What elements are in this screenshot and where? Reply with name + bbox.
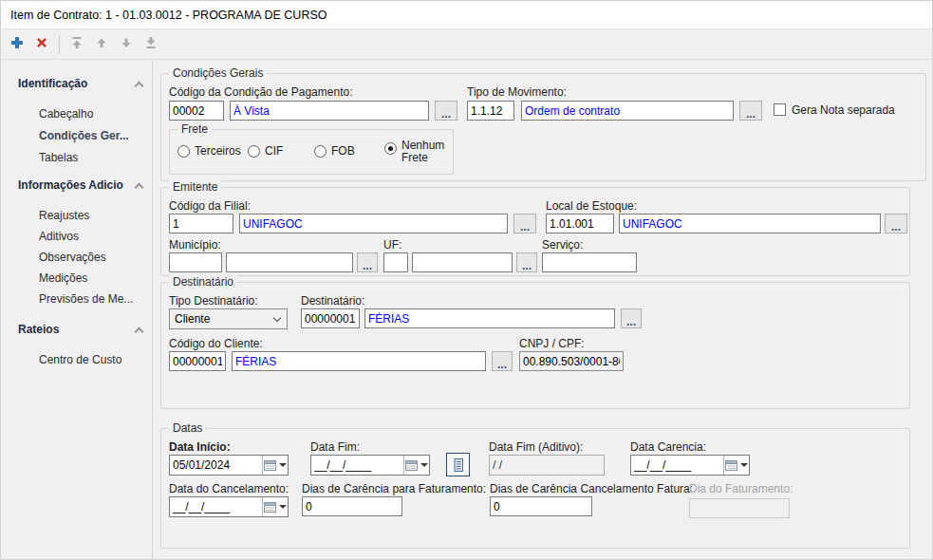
sidebar-section-rateios[interactable]: Rateios (18, 321, 142, 338)
radio-cif[interactable]: CIF (248, 145, 283, 158)
data-cancelamento-picker[interactable] (169, 496, 289, 517)
pagamento-desc-input[interactable] (230, 101, 429, 121)
pagamento-code-input[interactable] (169, 101, 224, 121)
data-fim-history-button[interactable] (446, 453, 470, 476)
arrow-up-icon (94, 35, 109, 53)
cnpj-input[interactable] (519, 351, 624, 371)
estoque-code-input[interactable] (546, 214, 614, 233)
radio-label: FOB (331, 145, 355, 158)
dropdown-arrow-icon (420, 463, 428, 467)
sidebar-item-medicoes[interactable]: Medições (39, 270, 148, 287)
radio-circle-icon (248, 145, 260, 158)
sidebar-item-reajustes[interactable]: Reajustes (39, 207, 148, 224)
add-button[interactable] (5, 32, 29, 57)
sidebar-section-informacoes[interactable]: Informações Adicio (18, 177, 142, 194)
uf-desc-input[interactable] (412, 252, 513, 272)
group-destinatario: Destinatário Tipo Destinatário: Cliente … (160, 282, 910, 409)
dia-faturamento-label: Dia do Faturamento: (689, 482, 793, 495)
movimento-code-input[interactable] (467, 101, 514, 121)
radio-terceiros[interactable]: Terceiros (177, 145, 241, 158)
cliente-label: Código do Cliente: (169, 337, 263, 350)
estoque-desc-input[interactable] (619, 214, 881, 233)
sidebar-section-identificacao[interactable]: Identificação (18, 75, 142, 92)
cnpj-label: CNPJ / CPF: (519, 337, 585, 350)
servico-input[interactable] (542, 252, 637, 272)
sidebar-item-previsoes[interactable]: Previsões de Me... (39, 290, 148, 308)
group-condicoes-gerais: Condições Gerais Código da Condição de P… (160, 73, 926, 181)
data-fim-input[interactable] (311, 456, 403, 475)
municipio-code-input[interactable] (169, 252, 222, 272)
group-title: Frete (177, 122, 212, 136)
municipio-desc-input[interactable] (226, 252, 353, 272)
estoque-lookup-button[interactable]: ... (885, 214, 907, 233)
municipio-label: Município: (169, 238, 221, 252)
move-up-button[interactable] (89, 32, 114, 57)
move-first-button[interactable] (65, 32, 89, 57)
calendar-dropdown-button[interactable] (403, 456, 429, 475)
data-carencia-picker[interactable] (630, 455, 750, 476)
move-last-button[interactable] (139, 32, 163, 57)
cliente-desc-input[interactable] (232, 351, 486, 371)
uf-lookup-button[interactable]: ... (516, 252, 537, 272)
data-cancelamento-label: Data do Cancelamento: (169, 482, 289, 495)
group-title: Destinatário (169, 275, 237, 289)
municipio-lookup-button[interactable]: ... (357, 252, 378, 272)
radio-nenhum-frete[interactable]: Nenhum Frete (384, 140, 449, 164)
sidebar-item-cabecalho[interactable]: Cabeçalho (39, 105, 148, 122)
document-list-icon (451, 457, 466, 473)
cliente-lookup-button[interactable]: ... (492, 351, 513, 371)
move-down-button[interactable] (114, 32, 139, 57)
gera-nota-checkbox[interactable] (774, 103, 786, 116)
movimento-lookup-button[interactable]: ... (739, 101, 762, 121)
pagamento-lookup-button[interactable]: ... (435, 101, 457, 121)
dias-carencia-cancelamento-input[interactable] (490, 496, 592, 516)
gera-nota-label: Gera Nota separada (792, 103, 895, 117)
tipo-destinatario-select[interactable]: Cliente (169, 308, 288, 329)
calendar-dropdown-button[interactable] (723, 456, 749, 475)
data-inicio-input[interactable] (170, 456, 262, 475)
calendar-dropdown-button[interactable] (262, 497, 288, 516)
arrow-to-bottom-icon (143, 35, 159, 53)
movimento-desc-input[interactable] (521, 101, 734, 121)
filial-code-input[interactable] (169, 214, 233, 233)
cliente-code-input[interactable] (169, 351, 226, 371)
calendar-dropdown-button[interactable] (262, 456, 288, 475)
form-content: Condições Gerais Código da Condição de P… (153, 60, 933, 560)
destinatario-lookup-button[interactable]: ... (621, 308, 642, 328)
group-frete: Frete Terceiros CIF FOB Nenhum Frete (169, 129, 454, 175)
destinatario-code-input[interactable] (301, 308, 360, 328)
app-window: Item de Contrato: 1 - 01.03.0012 - PROGR… (0, 0, 933, 560)
data-fim-picker[interactable] (310, 455, 430, 476)
group-datas: Datas Data Início: Data Fim: D (160, 428, 910, 549)
filial-lookup-button[interactable]: ... (513, 214, 536, 233)
sidebar-item-observacoes[interactable]: Observações (39, 249, 148, 266)
sidebar-item-condicoes-gerais[interactable]: Condições Ger... (39, 127, 148, 144)
dia-faturamento-input (689, 498, 790, 518)
uf-code-input[interactable] (383, 252, 408, 272)
sidebar-item-tabelas[interactable]: Tabelas (39, 149, 148, 166)
calendar-icon (264, 459, 276, 471)
data-carencia-input[interactable] (631, 456, 723, 475)
data-carencia-label: Data Carencia: (630, 440, 706, 454)
dropdown-arrow-icon (740, 463, 748, 467)
dias-carencia-cancelamento-label: Dias de Carência Cancelamento Fatura: (490, 482, 693, 495)
calendar-icon (264, 501, 276, 513)
dias-carencia-faturamento-label: Dias de Carência para Faturamento: (302, 482, 486, 495)
delete-button[interactable] (29, 32, 54, 57)
dias-carencia-faturamento-input[interactable] (302, 496, 402, 516)
arrow-to-top-icon (69, 35, 84, 53)
calendar-icon (405, 459, 418, 471)
arrow-down-icon (119, 35, 134, 53)
chevron-up-icon (135, 81, 144, 90)
sidebar-item-centro-de-custo[interactable]: Centro de Custo (39, 351, 148, 368)
data-cancelamento-input[interactable] (170, 497, 262, 516)
filial-desc-input[interactable] (239, 214, 508, 233)
radio-fob[interactable]: FOB (314, 145, 355, 158)
sidebar-item-aditivos[interactable]: Aditivos (39, 228, 148, 245)
selected-option: Cliente (175, 312, 210, 326)
toolbar (1, 29, 933, 60)
dropdown-arrow-icon (279, 505, 287, 509)
movimento-label: Tipo de Movimento: (467, 85, 567, 99)
data-inicio-picker[interactable] (169, 455, 289, 476)
destinatario-desc-input[interactable] (364, 308, 615, 328)
